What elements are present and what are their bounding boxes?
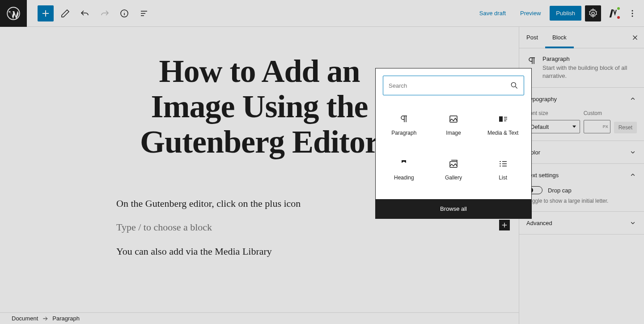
svg-point-4 [632,13,633,14]
chevron-up-icon [629,95,637,103]
block-item-label: Paragraph [391,130,416,136]
block-item-label: Gallery [445,175,462,181]
block-item-label: Media & Text [487,130,518,136]
block-search-input[interactable] [383,76,524,95]
color-panel: Color [519,141,644,164]
plus-icon [500,221,508,229]
more-vertical-icon [627,8,638,19]
block-title: Paragraph [542,55,637,62]
undo-icon [80,8,90,19]
font-size-select[interactable]: Default [526,120,580,133]
browse-all-button[interactable]: Browse all [376,199,531,218]
block-item-heading[interactable]: Heading [379,147,429,192]
block-breadcrumb: Document Paragraph [0,312,519,324]
list-icon [498,158,508,169]
close-sidebar-button[interactable] [630,32,640,43]
add-block-button[interactable] [38,5,54,21]
plus-icon [40,8,51,19]
block-description: Start with the building block of all nar… [542,64,637,80]
wordpress-logo[interactable] [0,0,27,27]
chevron-up-icon [629,171,637,179]
reset-button[interactable]: Reset [614,122,637,133]
close-icon [631,34,639,42]
block-info: Paragraph Start with the building block … [519,48,644,88]
advanced-heading: Advanced [526,220,552,226]
list-view-icon [139,8,149,19]
info-icon [119,8,130,19]
paragraph-icon [526,55,537,66]
breadcrumb-document[interactable]: Document [12,315,38,322]
info-button[interactable] [116,5,132,21]
save-draft-button[interactable]: Save draft [474,6,511,20]
settings-button[interactable] [585,5,601,21]
gallery-icon [448,158,459,169]
breadcrumb-current: Paragraph [52,315,80,322]
outline-button[interactable] [136,5,152,21]
preview-button[interactable]: Preview [515,6,546,20]
svg-point-2 [592,12,594,15]
chevron-down-icon [629,219,637,227]
block-item-media-text[interactable]: Media & Text [478,102,528,147]
advanced-toggle[interactable]: Advanced [519,212,644,234]
block-inserter-popover: Paragraph Image Media & Text Heading Gal… [375,68,532,219]
post-title[interactable]: How to Add an Image Using the Gutenberg … [116,54,402,160]
settings-sidebar: Post Block Paragraph Start with the buil… [519,27,644,324]
block-item-label: Image [446,130,461,136]
block-item-paragraph[interactable]: Paragraph [379,102,429,147]
paragraph-icon [398,114,409,124]
custom-size-input[interactable]: PX [584,120,610,133]
redo-icon [99,8,110,19]
svg-point-5 [632,15,633,17]
text-settings-toggle[interactable]: Text settings [519,164,644,186]
block-item-list[interactable]: List [478,147,528,192]
color-toggle[interactable]: Color [519,141,644,163]
inline-inserter-button[interactable] [499,220,510,230]
tab-block[interactable]: Block [545,27,574,48]
paragraph-block[interactable]: On the Gutenberg editor, click on the pl… [116,196,402,211]
paragraph-block[interactable]: You can also add via the Media Library [116,244,402,259]
tools-button[interactable] [57,5,73,21]
typography-toggle[interactable]: Typography [519,88,644,110]
gear-icon [588,8,598,19]
block-item-label: Heading [394,175,414,181]
wordpress-icon [7,7,20,20]
empty-paragraph-block[interactable]: Type / to choose a block [116,222,402,233]
svg-point-6 [511,82,516,87]
publish-button[interactable]: Publish [550,6,581,21]
pencil-icon [60,8,71,19]
arrow-right-icon [42,315,49,322]
drop-cap-help: Toggle to show a large initial letter. [526,198,637,204]
search-icon [510,81,519,90]
drop-cap-label: Drop cap [548,187,572,194]
px-unit: PX [603,124,608,129]
custom-label: Custom [584,110,610,116]
media-text-icon [498,114,508,124]
heading-icon [398,158,409,169]
advanced-panel: Advanced [519,212,644,234]
yoast-button[interactable] [605,5,621,21]
block-item-gallery[interactable]: Gallery [429,147,479,192]
text-settings-panel: Text settings Drop cap Toggle to show a … [519,164,644,212]
tab-post[interactable]: Post [519,27,545,48]
undo-button[interactable] [77,5,93,21]
top-toolbar: Save draft Preview Publish [0,0,644,27]
svg-rect-8 [499,116,503,122]
block-placeholder: Type / to choose a block [116,222,212,233]
more-options-button[interactable] [624,5,640,21]
yoast-icon [607,8,618,19]
redo-button[interactable] [97,5,113,21]
svg-point-3 [632,10,633,11]
chevron-down-icon [629,148,637,156]
typography-panel: Typography Font size Default Custom PX R… [519,88,644,141]
image-icon [448,114,459,124]
font-size-label: Font size [526,110,580,116]
block-item-label: List [499,175,507,181]
block-item-image[interactable]: Image [429,102,479,147]
sidebar-tabs: Post Block [519,27,644,48]
